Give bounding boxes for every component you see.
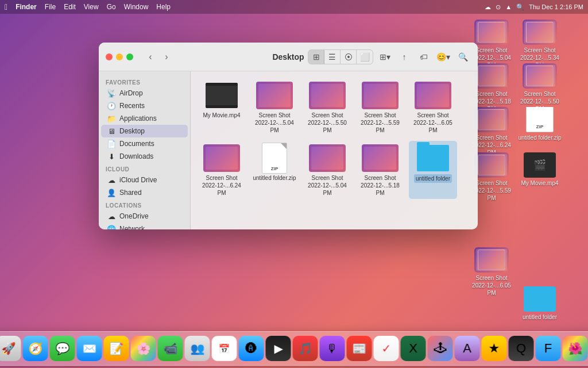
dock-safari[interactable]: 🧭 xyxy=(23,336,48,361)
finder-item-ss3[interactable]: Screen Shot2022-12-...5.59 PM xyxy=(356,78,404,136)
zip-filename: untitled folder.zip xyxy=(253,174,296,182)
dock-facetime[interactable]: 📹 xyxy=(158,336,183,361)
menubar-file[interactable]: File xyxy=(45,3,56,11)
finder-item-zip[interactable]: ZIP untitled folder.zip xyxy=(250,141,299,199)
sort-button[interactable]: ⊞▾ xyxy=(377,50,393,64)
finder-title: Desktop xyxy=(272,52,304,62)
menubar-edit[interactable]: Edit xyxy=(64,3,76,11)
sidebar-item-icloud-drive[interactable]: ☁ iCloud Drive xyxy=(101,174,188,186)
fullscreen-button[interactable] xyxy=(126,53,133,60)
desktop-icon-zip[interactable]: ZIP untitled folder.zip xyxy=(517,107,563,141)
back-button[interactable]: ‹ xyxy=(144,50,157,64)
ss2-filename: Screen Shot2022-12-...5.50 PM xyxy=(305,112,349,134)
share-button[interactable]: ↑ xyxy=(396,50,412,64)
dock-calendar[interactable]: 📅 xyxy=(212,336,237,361)
dock-appstore[interactable]: 🅐 xyxy=(239,336,264,361)
desktop-icon-ss2[interactable]: Screen Shot2022-12-...5.34 PM xyxy=(517,20,563,69)
network-label: Network xyxy=(119,225,145,229)
close-button[interactable] xyxy=(106,53,113,60)
sidebar-item-desktop[interactable]: 🖥 Desktop xyxy=(101,125,188,137)
column-view-button[interactable]: ⦿ xyxy=(341,50,357,64)
nav-buttons: ‹ › xyxy=(144,50,173,64)
dock-messages[interactable]: 💬 xyxy=(50,336,75,361)
apple-menu[interactable]:  xyxy=(5,2,7,12)
movie-icon: 🎬 xyxy=(206,83,238,108)
dock-launchpad[interactable]: 🚀 xyxy=(0,336,21,361)
finder-item-ss1[interactable]: Screen Shot2022-12-...5.04 PM xyxy=(250,78,299,136)
dock-starred[interactable]: ★ xyxy=(482,336,507,361)
sidebar-item-downloads[interactable]: ⬇ Downloads xyxy=(101,150,188,163)
screenshot-thumb-6 xyxy=(309,144,346,172)
dock-quicktime[interactable]: Q xyxy=(509,336,534,361)
dock: 🚀 🧭 💬 ✉️ 📝 🌸 📹 👥 📅 🅐 ▶ 🎵 🎙 📰 ✓ X 🕹 A ★ Q… xyxy=(0,331,588,366)
dock-contacts[interactable]: 👥 xyxy=(185,336,210,361)
menubar-help[interactable]: Help xyxy=(156,3,171,11)
desktop-icon-ss7[interactable]: Screen Shot2022-12-...6.05 PM xyxy=(469,247,514,297)
locations-label: Locations xyxy=(99,199,190,210)
finder-item-ss2[interactable]: Screen Shot2022-12-...5.50 PM xyxy=(303,78,351,136)
finder-body: Favorites 📡 AirDrop 🕐 Recents 📁 Applicat… xyxy=(99,71,478,229)
icon-view-button[interactable]: ⊞ xyxy=(308,50,324,64)
menubar-right: ☁ ⊙ ▲ 🔍 Thu Dec 1 2:16 PM xyxy=(485,3,583,11)
dock-music[interactable]: 🎵 xyxy=(293,336,318,361)
dock-excel[interactable]: X xyxy=(401,336,426,361)
ss3-filename: Screen Shot2022-12-...5.59 PM xyxy=(358,112,402,134)
sidebar-item-recents[interactable]: 🕐 Recents xyxy=(101,99,188,112)
shared-label: Shared xyxy=(119,189,142,197)
folder-icon xyxy=(417,145,449,171)
dock-photos[interactable]: 🌸 xyxy=(131,336,156,361)
desktop-icon-ss4[interactable]: Screen Shot2022-12-...5.50 PM xyxy=(517,63,563,113)
sidebar-item-shared[interactable]: 👤 Shared xyxy=(101,186,188,199)
finder-grid: 🎬 My Movie.mp4 Screen Shot2022-12-...5.0… xyxy=(198,78,471,199)
desktop-icon-movie[interactable]: 🎬 My Movie.mp4 xyxy=(517,152,563,187)
dock-mail[interactable]: ✉️ xyxy=(77,336,102,361)
menubar-go[interactable]: Go xyxy=(107,3,116,11)
gallery-view-button[interactable]: ⬜ xyxy=(357,50,373,64)
finder-window: ‹ › Desktop ⊞ ☰ ⦿ ⬜ ⊞▾ ↑ 🏷 😊▾ 🔍 Favorite… xyxy=(99,43,478,229)
dock-reminders[interactable]: ✓ xyxy=(374,336,399,361)
dock-arcade[interactable]: 🕹 xyxy=(428,336,453,361)
desktop-icon-sidebar: 🖥 xyxy=(107,126,116,136)
finder-item-folder[interactable]: untitled folder xyxy=(409,141,457,199)
dock-notes[interactable]: 📝 xyxy=(104,336,129,361)
dock-finder2[interactable]: F xyxy=(536,336,561,361)
desktop-icon-folder[interactable]: untitled folder xyxy=(517,286,563,321)
onedrive-label: OneDrive xyxy=(119,212,149,220)
finder-item-ss4[interactable]: Screen Shot2022-12-...6.05 PM xyxy=(409,78,457,136)
screenshot-thumb-7 xyxy=(362,144,399,172)
menubar-search-icon[interactable]: 🔍 xyxy=(516,3,524,11)
search-button[interactable]: 🔍 xyxy=(455,50,471,64)
dock-altstore[interactable]: A xyxy=(455,336,480,361)
menubar-view[interactable]: View xyxy=(84,3,99,11)
minimize-button[interactable] xyxy=(116,53,123,60)
more-button[interactable]: 😊▾ xyxy=(435,50,451,64)
ss6-filename: Screen Shot2022-12-...5.04 PM xyxy=(305,174,349,197)
sidebar-item-onedrive[interactable]: ☁ OneDrive xyxy=(101,210,188,223)
finder-item-ss7[interactable]: Screen Shot2022-12-...5.18 PM xyxy=(356,141,404,199)
screenshot-thumb-1 xyxy=(256,82,293,109)
menubar-wifi-icon: ▲ xyxy=(505,3,512,10)
airdrop-label: AirDrop xyxy=(119,89,143,97)
dock-podcasts[interactable]: 🎙 xyxy=(320,336,345,361)
finder-content: 🎬 My Movie.mp4 Screen Shot2022-12-...5.0… xyxy=(191,71,478,229)
dock-news[interactable]: 📰 xyxy=(347,336,372,361)
menubar-window[interactable]: Window xyxy=(124,3,149,11)
finder-item-ss6[interactable]: Screen Shot2022-12-...5.04 PM xyxy=(303,141,351,199)
applications-icon: 📁 xyxy=(107,114,116,123)
finder-item-ss5[interactable]: Screen Shot2022-12-...6.24 PM xyxy=(198,141,246,199)
sidebar-item-airdrop[interactable]: 📡 AirDrop xyxy=(101,87,188,99)
dock-photos2[interactable]: 🌺 xyxy=(563,336,588,361)
finder-item-movie[interactable]: 🎬 My Movie.mp4 xyxy=(198,78,246,136)
traffic-lights xyxy=(106,53,133,60)
dock-appletv[interactable]: ▶ xyxy=(266,336,291,361)
documents-label: Documents xyxy=(119,140,154,148)
ss1-filename: Screen Shot2022-12-...5.04 PM xyxy=(253,112,296,134)
sidebar-item-documents[interactable]: 📄 Documents xyxy=(101,137,188,150)
list-view-button[interactable]: ☰ xyxy=(324,50,341,64)
tag-button[interactable]: 🏷 xyxy=(416,50,432,64)
sidebar-item-network[interactable]: 🌐 Network xyxy=(101,223,188,229)
forward-button[interactable]: › xyxy=(160,50,173,64)
sidebar-item-applications[interactable]: 📁 Applications xyxy=(101,112,188,125)
favorites-label: Favorites xyxy=(99,76,190,87)
menubar-finder[interactable]: Finder xyxy=(16,3,37,11)
